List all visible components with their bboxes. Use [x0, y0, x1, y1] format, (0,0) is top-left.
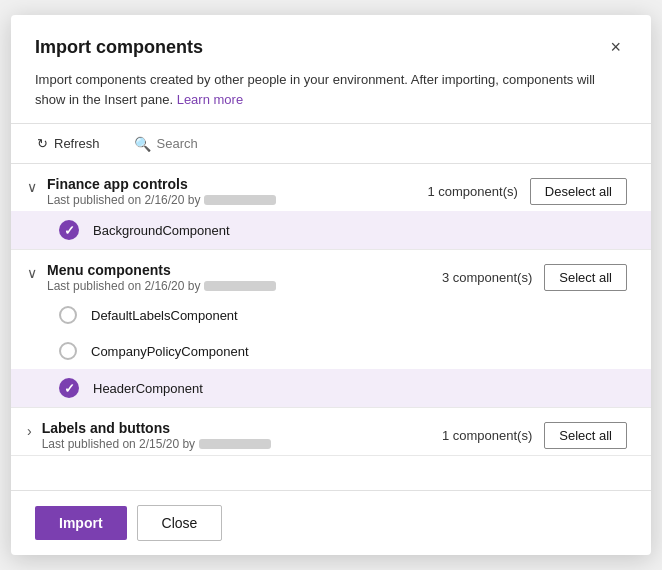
group-menu-meta: Last published on 2/16/20 by [47, 279, 276, 293]
component-item: HeaderComponent [11, 369, 651, 407]
component-item: CompanyPolicyComponent [11, 333, 651, 369]
group-finance-header: ∨ Finance app controls Last published on… [11, 164, 651, 211]
group-menu-name: Menu components [47, 262, 276, 278]
component-checkbox-checked[interactable] [59, 378, 79, 398]
close-button[interactable]: × [604, 35, 627, 60]
group-finance: ∨ Finance app controls Last published on… [11, 164, 651, 250]
dialog-description: Import components created by other peopl… [11, 70, 651, 123]
group-finance-left: ∨ Finance app controls Last published on… [27, 176, 276, 207]
component-item: DefaultLabelsComponent [11, 297, 651, 333]
cancel-button[interactable]: Close [137, 505, 223, 541]
component-name: HeaderComponent [93, 381, 203, 396]
component-name: DefaultLabelsComponent [91, 308, 238, 323]
import-button[interactable]: Import [35, 506, 127, 540]
description-text: Import components created by other peopl… [35, 72, 595, 107]
refresh-label: Refresh [54, 136, 100, 151]
group-labels-name: Labels and buttons [42, 420, 271, 436]
toolbar: ↻ Refresh 🔍 [11, 123, 651, 164]
search-input[interactable] [157, 136, 297, 151]
component-radio[interactable] [59, 342, 77, 360]
group-finance-count: 1 component(s) [427, 184, 517, 199]
content-area: ∨ Finance app controls Last published on… [11, 164, 651, 490]
group-labels-info: Labels and buttons Last published on 2/1… [42, 420, 271, 451]
group-labels-chevron[interactable]: › [27, 421, 34, 439]
component-name: CompanyPolicyComponent [91, 344, 249, 359]
group-menu-header: ∨ Menu components Last published on 2/16… [11, 250, 651, 297]
select-all-menu-button[interactable]: Select all [544, 264, 627, 291]
author-blur-menu [204, 281, 276, 291]
search-area: 🔍 [134, 136, 297, 152]
author-blur-labels [199, 439, 271, 449]
group-labels-count: 1 component(s) [442, 428, 532, 443]
deselect-all-finance-button[interactable]: Deselect all [530, 178, 627, 205]
group-labels-header: › Labels and buttons Last published on 2… [11, 408, 651, 455]
group-finance-right: 1 component(s) Deselect all [427, 178, 627, 205]
group-menu-right: 3 component(s) Select all [442, 264, 627, 291]
group-menu-left: ∨ Menu components Last published on 2/16… [27, 262, 276, 293]
refresh-icon: ↻ [37, 136, 48, 151]
component-item: BackgroundComponent [11, 211, 651, 249]
group-menu-chevron[interactable]: ∨ [27, 263, 39, 281]
group-finance-name: Finance app controls [47, 176, 276, 192]
component-name: BackgroundComponent [93, 223, 230, 238]
learn-more-link[interactable]: Learn more [177, 92, 243, 107]
dialog-header: Import components × [11, 15, 651, 70]
group-labels-meta: Last published on 2/15/20 by [42, 437, 271, 451]
author-blur [204, 195, 276, 205]
group-finance-chevron[interactable]: ∨ [27, 177, 39, 195]
dialog-title: Import components [35, 37, 203, 58]
group-menu-info: Menu components Last published on 2/16/2… [47, 262, 276, 293]
group-menu-count: 3 component(s) [442, 270, 532, 285]
component-checkbox-checked[interactable] [59, 220, 79, 240]
group-labels: › Labels and buttons Last published on 2… [11, 408, 651, 456]
refresh-button[interactable]: ↻ Refresh [35, 132, 102, 155]
import-components-dialog: Import components × Import components cr… [11, 15, 651, 555]
group-finance-info: Finance app controls Last published on 2… [47, 176, 276, 207]
dialog-footer: Import Close [11, 490, 651, 555]
select-all-labels-button[interactable]: Select all [544, 422, 627, 449]
group-menu: ∨ Menu components Last published on 2/16… [11, 250, 651, 408]
group-labels-right: 1 component(s) Select all [442, 422, 627, 449]
group-labels-left: › Labels and buttons Last published on 2… [27, 420, 271, 451]
group-finance-meta: Last published on 2/16/20 by [47, 193, 276, 207]
search-icon: 🔍 [134, 136, 151, 152]
component-radio[interactable] [59, 306, 77, 324]
